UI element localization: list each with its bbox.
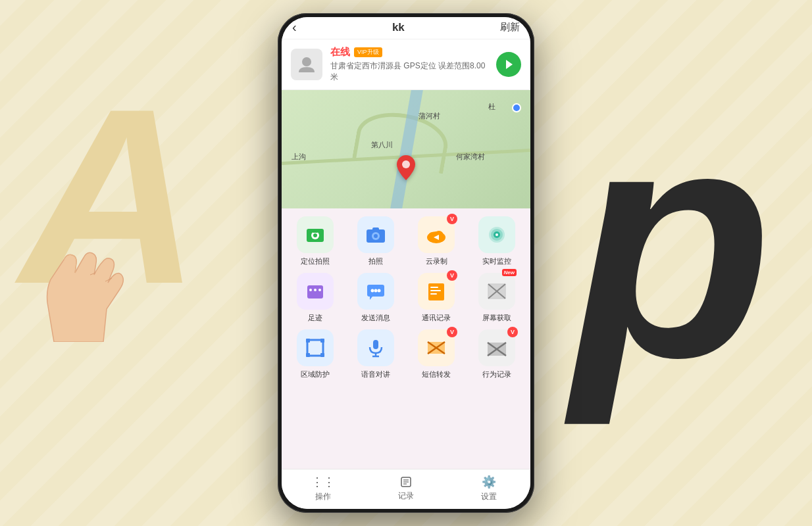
action-behavior[interactable]: V 行为记录 [469, 329, 525, 379]
action-sms[interactable]: V 短信转发 [408, 329, 465, 379]
screenshot-badge: New [502, 269, 517, 276]
operations-icon: ⋮⋮ [311, 475, 335, 489]
svg-marker-26 [370, 297, 372, 300]
map-location-dot [512, 103, 521, 112]
map-area[interactable]: 蒲河村 第八川 上沟 何家湾村 杜 [282, 90, 530, 208]
behavior-badge: V [507, 327, 518, 337]
tab-operations[interactable]: ⋮⋮ 操作 [282, 475, 365, 502]
svg-rect-30 [430, 293, 437, 295]
monitor-label: 实时监控 [482, 256, 511, 266]
phone-screen: ‹ kk 刷新 在线 VIP升级 甘肃省定西市渭源县 GPS定位 误差范围8.0… [282, 17, 530, 509]
svg-point-5 [313, 233, 317, 237]
action-screenshot[interactable]: New 屏幕获取 [469, 273, 525, 323]
svg-point-2 [402, 160, 410, 168]
sms-icon: V [418, 329, 455, 366]
svg-point-17 [495, 233, 498, 236]
svg-rect-29 [430, 290, 441, 291]
location-photo-label: 定位拍照 [301, 256, 330, 266]
records-label: 记录 [398, 490, 414, 502]
message-icon [357, 273, 394, 310]
action-monitor[interactable]: 实时监控 [469, 216, 525, 266]
actions-panel: 定位拍照 拍照 [282, 208, 530, 469]
bottom-tab-bar: ⋮⋮ 操作 记录 ⚙️ 设置 [282, 469, 530, 509]
svg-point-23 [371, 289, 374, 293]
voice-label: 语音对讲 [361, 370, 390, 379]
action-message[interactable]: 发送消息 [347, 273, 404, 323]
location-photo-icon [297, 216, 334, 253]
screenshot-icon: New [478, 273, 515, 310]
screenshot-label: 屏幕获取 [482, 313, 511, 323]
avatar [291, 49, 322, 80]
track-label: 足迹 [308, 313, 322, 323]
svg-marker-1 [506, 60, 513, 69]
behavior-icon: V [478, 329, 515, 366]
contacts-icon: V [418, 273, 455, 310]
tab-settings[interactable]: ⚙️ 设置 [447, 475, 530, 502]
back-button[interactable]: ‹ [292, 20, 297, 35]
action-track[interactable]: 足迹 [287, 273, 343, 323]
action-location-photo[interactable]: 定位拍照 [287, 216, 343, 266]
svg-rect-9 [372, 227, 379, 231]
records-icon [400, 475, 412, 489]
svg-point-25 [378, 289, 381, 293]
svg-point-24 [374, 289, 378, 293]
map-label-du: 杜 [488, 102, 495, 112]
svg-point-0 [302, 57, 311, 66]
svg-point-8 [374, 234, 378, 238]
status-row: 在线 VIP升级 [330, 46, 488, 59]
bg-letter-p: p [572, 53, 773, 431]
map-label-puhecun: 蒲河村 [419, 111, 440, 121]
settings-icon: ⚙️ [482, 475, 496, 489]
svg-rect-39 [373, 340, 378, 349]
svg-rect-38 [320, 353, 324, 357]
svg-rect-36 [320, 339, 324, 343]
action-zone[interactable]: 区域防护 [287, 329, 343, 379]
map-label-shanggou: 上沟 [292, 152, 306, 162]
contacts-badge: V [447, 270, 457, 281]
cloud-record-badge: V [447, 214, 457, 224]
refresh-button[interactable]: 刷新 [500, 21, 520, 34]
cloud-record-label: 云录制 [426, 256, 447, 266]
zone-label: 区域防护 [301, 370, 330, 379]
bg-letter-a: A [20, 53, 200, 340]
svg-rect-27 [428, 283, 444, 300]
actions-grid: 定位拍照 拍照 [287, 216, 525, 379]
contacts-label: 通讯记录 [422, 313, 451, 323]
action-voice[interactable]: 语音对讲 [347, 329, 404, 379]
action-photo[interactable]: 拍照 [347, 216, 404, 266]
svg-rect-28 [430, 287, 438, 288]
message-label: 发送消息 [361, 313, 390, 323]
cloud-record-icon: V [418, 216, 455, 253]
tab-records[interactable]: 记录 [365, 475, 447, 502]
photo-icon [357, 216, 394, 253]
map-pin [397, 155, 415, 185]
operations-label: 操作 [315, 491, 331, 502]
sms-badge: V [447, 327, 457, 337]
user-info: 在线 VIP升级 甘肃省定西市渭源县 GPS定位 误差范围8.00米 [330, 46, 488, 83]
photo-label: 拍照 [368, 256, 383, 266]
action-contacts[interactable]: V 通讯记录 [408, 273, 465, 323]
action-cloud-record[interactable]: V 云录制 [408, 216, 465, 266]
online-status: 在线 [330, 46, 350, 59]
nav-bar: ‹ kk 刷新 [282, 17, 530, 39]
map-label-hejia: 何家湾村 [456, 152, 485, 162]
track-icon [297, 273, 334, 310]
nav-action-button[interactable] [496, 52, 521, 77]
svg-point-19 [309, 289, 312, 291]
user-location: 甘肃省定西市渭源县 GPS定位 误差范围8.00米 [330, 60, 488, 83]
svg-point-20 [314, 289, 317, 291]
settings-label: 设置 [481, 491, 497, 502]
svg-rect-37 [306, 353, 310, 357]
svg-rect-18 [307, 285, 323, 299]
phone-frame: ‹ kk 刷新 在线 VIP升级 甘肃省定西市渭源县 GPS定位 误差范围8.0… [278, 13, 534, 513]
behavior-label: 行为记录 [482, 370, 511, 379]
voice-icon [357, 329, 394, 366]
vip-badge[interactable]: VIP升级 [354, 47, 382, 57]
nav-title: kk [392, 21, 405, 34]
svg-point-21 [318, 289, 321, 291]
zone-icon [297, 329, 334, 366]
map-label-dibachuan: 第八川 [371, 140, 393, 150]
user-card: 在线 VIP升级 甘肃省定西市渭源县 GPS定位 误差范围8.00米 [282, 39, 530, 90]
svg-rect-35 [306, 339, 310, 343]
monitor-icon [478, 216, 515, 253]
